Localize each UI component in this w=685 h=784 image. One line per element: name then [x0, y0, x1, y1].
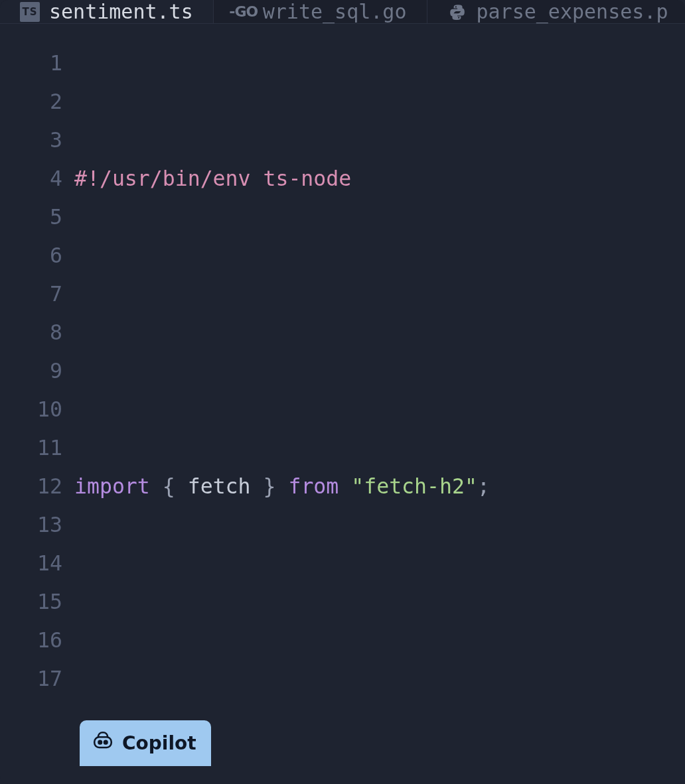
punct: } — [251, 474, 289, 498]
tab-sentiment-ts[interactable]: TS sentiment.ts — [0, 0, 214, 23]
keyword-from: from — [288, 474, 339, 498]
tab-label: sentiment.ts — [49, 0, 193, 23]
tab-bar: TS sentiment.ts -GO write_sql.go parse_e… — [0, 0, 685, 24]
line-number: 1 — [0, 44, 62, 82]
copilot-badge[interactable]: Copilot — [80, 720, 211, 766]
keyword-import: import — [74, 474, 150, 498]
line-number: 10 — [0, 390, 62, 428]
code-line: // Determine whether the sentiment of te — [74, 775, 685, 784]
copilot-label: Copilot — [122, 732, 196, 754]
line-number: 7 — [0, 275, 62, 313]
code-editor: TS sentiment.ts -GO write_sql.go parse_e… — [0, 0, 685, 784]
line-number: 14 — [0, 544, 62, 582]
line-number: 3 — [0, 121, 62, 159]
svg-rect-0 — [94, 737, 112, 748]
line-number: 2 — [0, 82, 62, 121]
line-number: 6 — [0, 236, 62, 275]
tab-label: parse_expenses.p — [477, 0, 668, 23]
punct: ; — [477, 474, 490, 498]
line-number: 5 — [0, 198, 62, 236]
line-number-gutter: 1 2 3 4 5 6 7 8 9 10 11 12 13 14 15 16 1… — [0, 44, 74, 784]
tab-write-sql-go[interactable]: -GO write_sql.go — [214, 0, 427, 23]
svg-point-1 — [98, 741, 102, 744]
code-content[interactable]: #!/usr/bin/env ts-node import { fetch } … — [74, 44, 685, 784]
copilot-icon — [92, 730, 114, 757]
svg-point-2 — [104, 741, 108, 744]
code-area[interactable]: 1 2 3 4 5 6 7 8 9 10 11 12 13 14 15 16 1… — [0, 24, 685, 784]
line-number: 12 — [0, 467, 62, 505]
string-module: "fetch-h2" — [351, 474, 477, 498]
code-line — [74, 621, 685, 659]
code-line: import { fetch } from "fetch-h2"; — [74, 467, 685, 505]
code-line — [74, 313, 685, 352]
line-number: 13 — [0, 505, 62, 544]
tab-parse-expenses-py[interactable]: parse_expenses.p — [427, 0, 686, 23]
line-number: 17 — [0, 659, 62, 698]
ident-fetch: fetch — [188, 474, 251, 498]
code-line: #!/usr/bin/env ts-node — [74, 159, 685, 198]
go-icon: -GO — [234, 2, 254, 22]
typescript-icon: TS — [20, 2, 40, 22]
line-number: 4 — [0, 159, 62, 198]
line-number: 9 — [0, 352, 62, 390]
shebang: #!/usr/bin/env ts-node — [74, 166, 351, 190]
line-number: 16 — [0, 621, 62, 659]
line-number: 15 — [0, 582, 62, 621]
line-number: 8 — [0, 313, 62, 352]
punct: { — [150, 474, 188, 498]
tab-label: write_sql.go — [263, 0, 407, 23]
line-number: 11 — [0, 428, 62, 467]
python-icon — [447, 2, 467, 22]
